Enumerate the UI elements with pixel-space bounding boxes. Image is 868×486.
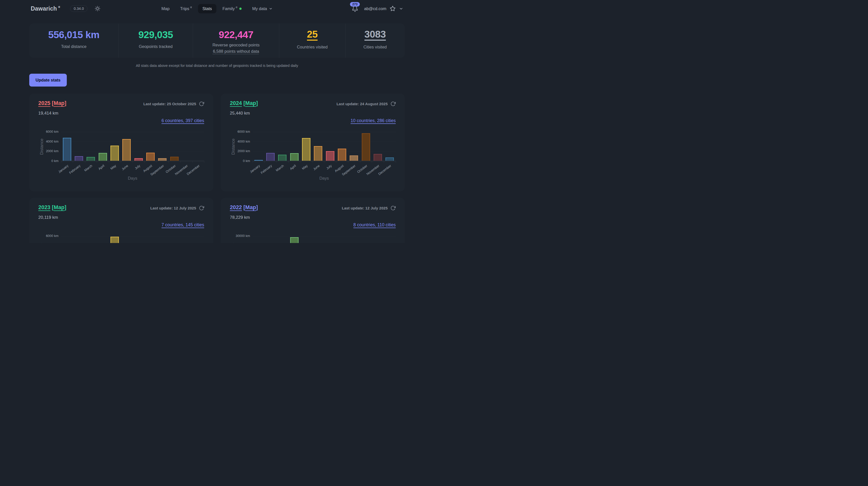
bar-september[interactable] [158, 158, 166, 161]
app-logo[interactable]: Dawarichα [31, 5, 60, 12]
countries-cities-link[interactable]: 8 countries, 110 cities [353, 222, 396, 227]
stat-label: Reverse geocoded points [213, 42, 259, 48]
refresh-icon[interactable] [391, 101, 396, 107]
stats-summary-panel: 556,015 km Total distance 929,035 Geopoi… [29, 24, 405, 58]
bar-may[interactable] [302, 138, 310, 161]
last-update-text: Last update: 24 August 2025 [337, 102, 388, 106]
bar-may[interactable] [111, 146, 119, 161]
bar-september[interactable] [350, 155, 358, 161]
stat-geopoints-tracked: 929,035 Geopoints tracked [119, 24, 193, 58]
stat-label: Geopoints tracked [139, 44, 173, 49]
bar-may[interactable] [111, 237, 119, 243]
y-tick-label: 4000 km [238, 140, 250, 143]
star-icon[interactable] [390, 5, 396, 11]
year-link[interactable]: 2022 [230, 204, 242, 210]
bar-october[interactable] [362, 133, 370, 161]
x-tick-label: May [301, 164, 309, 171]
x-tick-label: April [97, 164, 105, 171]
nav-item-trips[interactable]: Tripsα [176, 4, 196, 13]
countries-visited-value[interactable]: 25 [307, 30, 317, 40]
user-email[interactable]: ab@cd.com [364, 6, 386, 11]
x-tick-label: April [289, 164, 297, 171]
y-axis-ticks: 6000 km4000 km2000 km0 km [237, 132, 252, 161]
card-title: 2022 [Map] [230, 204, 258, 211]
y-tick-label: 0 km [52, 159, 59, 163]
year-distance: 20,119 km [38, 215, 204, 220]
year-card-2023: 2023 [Map] Last update: 12 July 2025 20,… [29, 198, 213, 243]
bar-july[interactable] [326, 151, 334, 161]
y-axis-title: Distance [39, 139, 44, 155]
bar-march[interactable] [278, 155, 286, 161]
plot-area [61, 236, 204, 243]
x-axis-ticks: JanuaryFebruaryMarchAprilMayJuneJulyAugu… [252, 161, 396, 173]
plot-area [252, 132, 396, 161]
stat-countries-visited: 25 Countries visited [279, 24, 345, 58]
y-axis-ticks: 30000 km20000 km10000 km0 km [237, 236, 252, 243]
bar-march[interactable] [87, 157, 95, 161]
map-link[interactable]: Map [245, 100, 256, 106]
y-tick-label: 0 km [243, 159, 250, 163]
bar-october[interactable] [170, 157, 179, 161]
year-link[interactable]: 2024 [230, 100, 242, 106]
user-menu-chevron-icon[interactable] [399, 6, 403, 11]
y-tick-label: 2000 km [46, 149, 59, 153]
chevron-down-icon [269, 7, 273, 10]
countries-cities-link[interactable]: 10 countries, 286 cities [350, 118, 396, 123]
map-link[interactable]: Map [54, 100, 64, 106]
bar-july[interactable] [134, 158, 143, 161]
nav-item-family[interactable]: Familyα [218, 4, 246, 13]
countries-cities-link[interactable]: 7 countries, 145 cities [161, 222, 204, 227]
bar-april[interactable] [98, 153, 107, 161]
year-chart: Distance 30000 km20000 km10000 km0 km Ja… [230, 236, 396, 243]
plot-area [61, 132, 204, 161]
points-without-data-tooltip[interactable]: 6,588 points without data [213, 48, 259, 55]
year-link[interactable]: 2025 [38, 100, 51, 106]
stat-label: Countries visited [297, 45, 328, 50]
gridline [252, 236, 396, 236]
theme-toggle-button[interactable] [94, 5, 100, 11]
x-axis-title: Days [61, 173, 204, 181]
bar-january[interactable] [254, 160, 262, 161]
y-axis-ticks: 6000 km4000 km2000 km0 km [45, 132, 61, 161]
bar-december[interactable] [385, 158, 394, 161]
year-distance: 19,414 km [38, 111, 204, 116]
x-tick-label: June [312, 164, 320, 171]
year-chart: Distance 6000 km4000 km2000 km0 km Janua… [38, 236, 204, 243]
bar-june[interactable] [123, 139, 131, 161]
bar-february[interactable] [266, 153, 275, 161]
year-chart: Distance 6000 km4000 km2000 km0 km Janua… [38, 132, 204, 181]
year-cards-grid: 2025 [Map] Last update: 25 October 2025 … [29, 94, 405, 243]
countries-cities-link[interactable]: 6 countries, 397 cities [161, 118, 204, 123]
nav-item-stats[interactable]: Stats [198, 4, 217, 13]
y-tick-label: 2000 km [238, 149, 250, 153]
stat-cities-visited: 3083 Cities visited [345, 24, 405, 58]
notifications-count-badge: 273 [350, 2, 360, 6]
refresh-icon[interactable] [391, 205, 396, 211]
header-right: 273 ab@cd.com [351, 5, 403, 12]
last-update-text: Last update: 12 July 2025 [150, 206, 196, 210]
bar-august[interactable] [146, 153, 155, 161]
map-link[interactable]: Map [54, 204, 64, 210]
bar-november[interactable] [373, 154, 382, 161]
bar-april[interactable] [290, 237, 299, 243]
nav-item-map[interactable]: Map [157, 4, 174, 13]
refresh-icon[interactable] [199, 205, 204, 211]
refresh-icon[interactable] [199, 101, 204, 107]
x-tick-label: March [84, 164, 93, 172]
bar-june[interactable] [314, 146, 322, 161]
x-tick-mark [396, 161, 396, 163]
bar-august[interactable] [338, 149, 346, 161]
bar-january[interactable] [63, 138, 71, 161]
update-stats-button[interactable]: Update stats [29, 74, 67, 87]
year-link[interactable]: 2023 [38, 204, 51, 210]
y-axis-ticks: 6000 km4000 km2000 km0 km [45, 236, 61, 243]
nav-item-my-data[interactable]: My data [248, 4, 277, 13]
bar-february[interactable] [74, 156, 83, 161]
card-title: 2023 [Map] [38, 204, 66, 211]
online-status-dot [240, 7, 242, 10]
notifications-button[interactable]: 273 [351, 5, 359, 12]
cities-visited-value[interactable]: 3083 [365, 30, 386, 40]
map-link[interactable]: Map [245, 204, 256, 210]
bar-april[interactable] [290, 153, 299, 161]
x-tick-label: January [58, 164, 69, 174]
